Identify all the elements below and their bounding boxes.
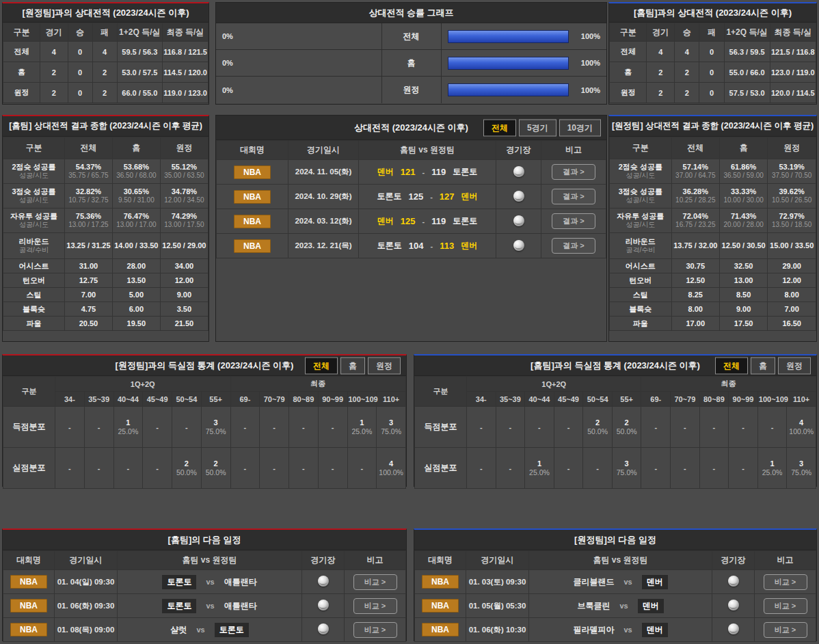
distribution-row: 득점분포--125.0%--375.0%----125.0%375.0% <box>3 407 406 448</box>
corner-header: 구분 <box>415 377 467 407</box>
home-summary-panel: [홈팀] 상대전적 결과 종합 (2023/24시즌 이후 평균) 구분전체홈원… <box>2 115 209 342</box>
stadium-cell <box>712 570 755 594</box>
tab-원정[interactable]: 원정 <box>368 357 401 374</box>
distribution-value: 375.0% <box>787 448 816 489</box>
summary-value: 8.00 <box>671 302 719 317</box>
row-label: 전체 <box>3 42 40 62</box>
result-button[interactable]: 결과 > <box>552 164 595 180</box>
compare-button[interactable]: 비교 > <box>764 598 807 614</box>
value-main: 36.28% <box>673 187 719 196</box>
game-datetime: 01. 03(토) 09:30 <box>466 570 529 594</box>
stadium-globe-icon[interactable] <box>728 600 739 611</box>
tab-전체[interactable]: 전체 <box>483 119 516 136</box>
range-header: 35~39 <box>496 392 525 407</box>
row-label: 전체 <box>610 42 647 62</box>
middle-band: [홈팀] 상대전적 결과 종합 (2023/24시즌 이후 평균) 구분전체홈원… <box>2 115 817 342</box>
compare-button[interactable]: 비교 > <box>764 622 807 638</box>
count-value: 1 <box>115 418 142 427</box>
value-sub: 10.50 / 26.50 <box>768 196 815 204</box>
result-button[interactable]: 결과 > <box>552 213 595 229</box>
home-score: 125 <box>408 191 423 202</box>
percent-value: 75.0% <box>202 427 230 436</box>
row-label: 파울 <box>610 317 672 331</box>
tab-홈[interactable]: 홈 <box>751 357 775 374</box>
home-team-name: 덴버 <box>377 215 394 227</box>
category-label: 원정 <box>381 77 442 103</box>
value-main: 34.78% <box>161 187 207 196</box>
column-header: 전체 <box>671 137 719 159</box>
distribution-value: - <box>143 407 172 448</box>
percent-value: 25.0% <box>759 468 786 477</box>
distribution-value: 125.0% <box>757 448 787 489</box>
column-header: 경기일시 <box>55 551 118 570</box>
schedule-row: NBA01. 06(화) 10:30필라델피아vs덴버비교 > <box>415 618 816 642</box>
game-datetime: 01. 08(목) 09:00 <box>55 618 118 642</box>
stadium-globe-icon[interactable] <box>513 240 524 251</box>
percent-value: 100.0% <box>788 427 815 436</box>
value-sub: 10.25 / 28.25 <box>673 196 719 204</box>
result-button[interactable]: 결과 > <box>552 189 595 204</box>
stadium-globe-icon[interactable] <box>318 623 329 634</box>
summary-row: 파울20.5019.5021.50 <box>3 317 209 331</box>
away-score: 119 <box>431 167 446 177</box>
distribution-value: - <box>554 448 583 489</box>
tab-전체[interactable]: 전체 <box>305 357 338 374</box>
value-sub: 35.00 / 63.50 <box>161 172 207 180</box>
record-value: 121.5 / 116.8 <box>770 42 816 62</box>
row-label: 자유투 성공률성공/시도 <box>610 209 672 233</box>
stadium-globe-icon[interactable] <box>728 623 739 634</box>
distribution-value: - <box>289 407 319 448</box>
group-header: 최종 <box>641 377 816 392</box>
row-label-main: 스틸 <box>610 291 671 299</box>
score-dash: - <box>431 242 433 250</box>
compare-button[interactable]: 비교 > <box>764 574 807 590</box>
result-button[interactable]: 결과 > <box>552 238 595 254</box>
value-sub: 36.50 / 68.00 <box>113 172 159 180</box>
tab-10경기[interactable]: 10경기 <box>559 119 601 136</box>
note-cell: 결과 > <box>541 209 606 234</box>
column-header: 경기일시 <box>288 141 359 160</box>
stadium-globe-icon[interactable] <box>513 215 524 226</box>
summary-value: 33.33%10.00 / 30.00 <box>719 184 767 209</box>
column-header: 구분 <box>610 137 672 159</box>
winrate-row: 0%원정100% <box>216 77 606 103</box>
summary-value: 28.00 <box>112 259 160 273</box>
match-cell: 클리블랜드vs덴버 <box>529 570 712 594</box>
compare-button[interactable]: 비교 > <box>353 574 397 590</box>
stadium-globe-icon[interactable] <box>513 191 524 202</box>
top-band: [원정팀]과의 상대전적 (2023/24시즌 이후) 구분경기승패1+2Q 득… <box>2 2 817 105</box>
stadium-globe-icon[interactable] <box>728 576 739 587</box>
range-header-row: 34-35~3940~4445~4950~5455+69-70~7980~899… <box>415 392 816 407</box>
record-value: 59.5 / 56.3 <box>117 42 163 62</box>
distribution-value: - <box>641 407 671 448</box>
column-header: 전체 <box>65 137 113 159</box>
distribution-value: 375.0% <box>377 407 406 448</box>
away-team-name: 덴버 <box>642 623 668 637</box>
summary-row: 3점슛 성공률성공/시도32.82%10.75 / 32.7530.65%9.5… <box>3 184 209 209</box>
summary-value: 72.04%16.75 / 23.25 <box>671 209 719 233</box>
away-team-name: 덴버 <box>642 575 668 589</box>
stadium-globe-icon[interactable] <box>513 166 524 177</box>
record-value: 4 <box>40 42 68 62</box>
compare-button[interactable]: 비교 > <box>353 622 397 638</box>
category-label: 홈 <box>381 50 442 76</box>
tab-홈[interactable]: 홈 <box>340 357 365 374</box>
stadium-globe-icon[interactable] <box>318 576 329 587</box>
column-header: 비고 <box>345 551 406 570</box>
match-cell: 토론토vs애틀랜타 <box>118 570 302 594</box>
away-team-name: 토론토 <box>453 166 477 178</box>
home-record-panel: [홈팀]과의 상대전적 (2023/24시즌 이후) 구분경기승패1+2Q 득/… <box>608 2 817 105</box>
row-label-main: 블록슛 <box>610 305 671 314</box>
tab-전체[interactable]: 전체 <box>715 357 748 374</box>
summary-value: 17.00 <box>671 317 719 331</box>
stadium-globe-icon[interactable] <box>318 600 329 611</box>
summary-row: 리바운드공격/수비13.25 / 31.2514.00 / 33.5012.50… <box>3 233 209 259</box>
distribution-value: - <box>289 448 319 489</box>
tab-5경기[interactable]: 5경기 <box>519 119 556 136</box>
column-header: 대회명 <box>3 551 55 570</box>
tab-원정[interactable]: 원정 <box>778 357 811 374</box>
count-value: 3 <box>613 459 641 468</box>
compare-button[interactable]: 비교 > <box>353 598 397 614</box>
value-main: 12.50 / 30.50 <box>721 241 766 250</box>
summary-row: 블록슛4.756.003.50 <box>3 302 209 317</box>
